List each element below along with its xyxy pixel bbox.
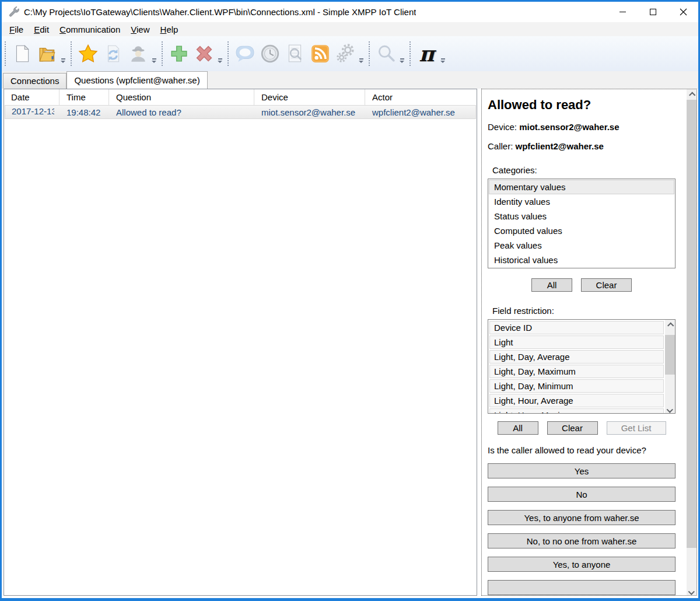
toolbar-gripper[interactable] bbox=[369, 41, 370, 66]
toolbar-group-connection bbox=[69, 36, 160, 71]
toolbar-group-script: π bbox=[408, 36, 449, 71]
column-header-device[interactable]: Device bbox=[254, 89, 365, 105]
list-header: Date Time Question Device Actor bbox=[4, 89, 477, 105]
toolbar-overflow-button[interactable] bbox=[439, 40, 446, 67]
field-item[interactable]: Light, Hour, Maximum bbox=[489, 408, 664, 413]
field-list-scrollbar[interactable] bbox=[665, 320, 675, 413]
maximize-icon bbox=[650, 9, 656, 15]
rss-button[interactable] bbox=[307, 40, 332, 67]
scroll-up-icon[interactable] bbox=[665, 320, 675, 329]
wrench-icon bbox=[8, 6, 20, 18]
search-log-icon bbox=[285, 44, 305, 64]
field-item[interactable]: Device ID bbox=[489, 321, 664, 334]
categories-listbox: Momentary values Identity values Status … bbox=[488, 179, 676, 268]
tab-questions[interactable]: Questions (wpfclient@waher.se) bbox=[66, 71, 207, 89]
add-button[interactable] bbox=[166, 40, 191, 67]
toolbar-gripper[interactable] bbox=[71, 41, 72, 66]
answer-yes-anyone-button[interactable]: Yes, to anyone bbox=[488, 557, 676, 572]
field-items: Device ID Light Light, Day, Average Ligh… bbox=[488, 320, 665, 413]
toolbar-overflow-button[interactable] bbox=[150, 40, 158, 67]
search-button[interactable] bbox=[373, 40, 398, 67]
toolbar-gripper[interactable] bbox=[228, 41, 229, 66]
answer-no-button[interactable]: No bbox=[488, 487, 676, 502]
scroll-down-icon[interactable] bbox=[665, 404, 675, 413]
answer-no-domain-button[interactable]: No, to no one from waher.se bbox=[488, 533, 676, 548]
open-file-button[interactable] bbox=[34, 40, 60, 67]
refresh-button[interactable] bbox=[100, 40, 125, 67]
menu-view[interactable]: View bbox=[125, 23, 155, 36]
column-header-question[interactable]: Question bbox=[109, 89, 254, 105]
menu-bar: File Edit Communication View Help bbox=[2, 22, 698, 36]
cell-actor: wpfclient2@waher.se bbox=[366, 107, 475, 117]
toolbar-group-views bbox=[226, 36, 367, 71]
maximize-button[interactable] bbox=[638, 2, 668, 22]
spy-icon bbox=[128, 44, 148, 64]
column-header-date[interactable]: Date bbox=[4, 89, 60, 105]
answer-partial-button[interactable] bbox=[488, 580, 676, 595]
category-item[interactable]: Computed values bbox=[489, 223, 674, 238]
categories-label: Categories: bbox=[492, 165, 676, 175]
open-folder-icon bbox=[37, 44, 57, 64]
field-restriction-listbox: Device ID Light Light, Day, Average Ligh… bbox=[488, 319, 676, 414]
content-area: Date Time Question Device Actor 2017-12-… bbox=[2, 89, 698, 598]
minimize-button[interactable] bbox=[607, 2, 638, 22]
category-item[interactable]: Peak values bbox=[489, 238, 674, 253]
toolbar-overflow-button[interactable] bbox=[358, 40, 365, 67]
answer-yes-domain-button[interactable]: Yes, to anyone from waher.se bbox=[488, 510, 676, 525]
field-item[interactable]: Light, Day, Average bbox=[489, 350, 664, 364]
table-row[interactable]: 2017-12-13 19:48:42 Allowed to read? mio… bbox=[5, 105, 476, 119]
category-item[interactable]: Momentary values bbox=[489, 180, 674, 194]
categories-all-button[interactable]: All bbox=[531, 278, 572, 292]
settings-gears-icon bbox=[335, 44, 355, 64]
clock-icon bbox=[260, 44, 280, 64]
favorite-star-icon bbox=[78, 44, 98, 64]
scroll-up-icon[interactable] bbox=[687, 89, 696, 99]
toolbar-overflow-button[interactable] bbox=[60, 40, 66, 67]
answer-yes-button[interactable]: Yes bbox=[488, 463, 676, 478]
scroll-down-icon[interactable] bbox=[687, 586, 696, 595]
chat-button[interactable] bbox=[232, 40, 257, 67]
fields-all-button[interactable]: All bbox=[498, 421, 538, 435]
minimize-icon bbox=[620, 12, 626, 12]
column-header-actor[interactable]: Actor bbox=[365, 89, 475, 105]
toolbar-overflow-button[interactable] bbox=[216, 40, 223, 67]
settings-button[interactable] bbox=[332, 40, 358, 67]
category-item[interactable]: Status values bbox=[489, 209, 674, 223]
panel-scrollbar[interactable] bbox=[687, 89, 696, 595]
toolbar-gripper[interactable] bbox=[410, 41, 411, 66]
app-window: C:\My Projects\IoTGateway\Clients\Waher.… bbox=[0, 0, 700, 601]
toolbar-gripper[interactable] bbox=[5, 41, 6, 66]
menu-help[interactable]: Help bbox=[155, 23, 184, 36]
scrollbar-thumb[interactable] bbox=[665, 335, 675, 375]
close-button[interactable] bbox=[668, 2, 698, 22]
categories-clear-button[interactable]: Clear bbox=[581, 278, 632, 292]
field-item[interactable]: Light, Day, Maximum bbox=[489, 365, 664, 378]
spy-button[interactable] bbox=[125, 40, 150, 67]
tab-strip: Connections Questions (wpfclient@waher.s… bbox=[2, 71, 698, 89]
category-item[interactable]: Identity values bbox=[489, 194, 674, 209]
get-list-button[interactable]: Get List bbox=[607, 421, 666, 435]
category-item[interactable]: Historical values bbox=[489, 253, 674, 267]
menu-file[interactable]: File bbox=[4, 23, 29, 36]
scrollbar-thumb[interactable] bbox=[687, 100, 696, 548]
delete-button[interactable] bbox=[191, 40, 216, 67]
toolbar-group-search bbox=[367, 36, 408, 71]
search-log-button[interactable] bbox=[282, 40, 307, 67]
question-detail-panel: Allowed to read? Device: miot.sensor2@wa… bbox=[481, 89, 697, 596]
clock-button[interactable] bbox=[257, 40, 282, 67]
script-button[interactable]: π bbox=[414, 40, 439, 67]
toolbar-overflow-button[interactable] bbox=[398, 40, 405, 67]
favorites-button[interactable] bbox=[75, 40, 100, 67]
toolbar-gripper[interactable] bbox=[162, 41, 163, 66]
new-file-button[interactable] bbox=[9, 40, 34, 67]
tab-connections[interactable]: Connections bbox=[3, 73, 66, 89]
menu-edit[interactable]: Edit bbox=[29, 23, 54, 36]
menu-communication[interactable]: Communication bbox=[54, 23, 125, 36]
field-item[interactable]: Light, Day, Minimum bbox=[489, 379, 664, 393]
fields-clear-button[interactable]: Clear bbox=[547, 421, 598, 435]
field-item[interactable]: Light bbox=[489, 336, 664, 349]
device-value: miot.sensor2@waher.se bbox=[519, 122, 619, 132]
toolbar-group-file bbox=[3, 36, 69, 71]
column-header-time[interactable]: Time bbox=[60, 89, 109, 105]
field-item[interactable]: Light, Hour, Average bbox=[489, 394, 664, 407]
